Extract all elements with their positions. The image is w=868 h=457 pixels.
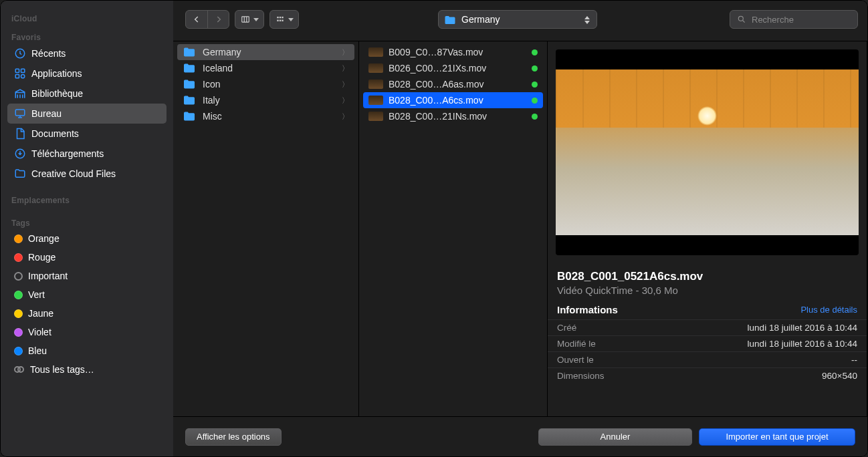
view-grid-button[interactable] bbox=[270, 11, 298, 28]
sidebar-tag-bleu[interactable]: Bleu bbox=[7, 341, 167, 360]
tag-dot-icon bbox=[14, 253, 23, 262]
forward-button[interactable] bbox=[207, 11, 229, 28]
sidebar-item-library[interactable]: Bibliothèque bbox=[7, 84, 167, 104]
svg-rect-3 bbox=[15, 75, 19, 78]
info-row: Modifié le lundi 18 juillet 2016 à 10:44 bbox=[548, 335, 867, 351]
sidebar-tag-violet[interactable]: Violet bbox=[7, 323, 167, 341]
sidebar: iCloud Favoris Récents Applications Bibl… bbox=[1, 1, 173, 456]
sidebar-tag-label: Orange bbox=[28, 233, 60, 244]
chevron-right-icon: 〉 bbox=[342, 80, 349, 90]
folder-item-misc[interactable]: Misc 〉 bbox=[177, 108, 354, 124]
sidebar-item-recents[interactable]: Récents bbox=[7, 43, 167, 63]
green-tag-icon bbox=[532, 82, 538, 88]
folder-icon bbox=[183, 79, 196, 90]
button-label: Importer en tant que projet bbox=[726, 432, 828, 442]
import-button[interactable]: Importer en tant que projet bbox=[699, 428, 855, 446]
sidebar-item-label: Documents bbox=[31, 128, 79, 139]
svg-rect-10 bbox=[282, 17, 283, 18]
sidebar-tag-label: Bleu bbox=[28, 345, 47, 356]
svg-rect-7 bbox=[241, 17, 249, 22]
sidebar-item-label: Récents bbox=[31, 48, 66, 59]
folder-label: Misc bbox=[203, 111, 222, 122]
sidebar-tag-label: Tous les tags… bbox=[30, 364, 94, 375]
file-label: B028_C00…A6as.mov bbox=[389, 79, 483, 90]
sidebar-item-bureau[interactable]: Bureau bbox=[7, 104, 167, 124]
file-label: B028_C00…21INs.mov bbox=[389, 111, 487, 122]
nav-back-forward bbox=[185, 10, 229, 29]
preview-image[interactable] bbox=[556, 49, 859, 255]
path-label: Germany bbox=[461, 14, 500, 25]
path-dropdown[interactable]: Germany bbox=[438, 10, 597, 29]
folder-icon bbox=[183, 63, 196, 73]
video-thumb-icon bbox=[368, 96, 383, 105]
sidebar-item-telechargements[interactable]: Téléchargements bbox=[7, 144, 167, 164]
svg-point-14 bbox=[738, 16, 743, 21]
sidebar-item-creative-cloud[interactable]: Creative Cloud Files bbox=[7, 164, 167, 184]
info-value: -- bbox=[851, 355, 857, 365]
chevron-right-icon: 〉 bbox=[342, 63, 349, 73]
back-button[interactable] bbox=[186, 11, 207, 28]
sidebar-section-favoris: Favoris bbox=[7, 29, 167, 43]
file-item[interactable]: B009_C0…87Vas.mov bbox=[363, 44, 543, 60]
folder-label: Germany bbox=[203, 47, 241, 57]
desktop-icon bbox=[14, 108, 26, 120]
sidebar-tag-orange[interactable]: Orange bbox=[7, 229, 167, 248]
folder-item-iceland[interactable]: Iceland 〉 bbox=[177, 60, 354, 76]
sidebar-section-tags: Tags bbox=[7, 214, 167, 229]
video-thumb-icon bbox=[368, 63, 383, 73]
tag-dot-icon bbox=[14, 235, 23, 243]
sidebar-tag-vert[interactable]: Vert bbox=[7, 285, 167, 304]
chevron-right-icon: 〉 bbox=[342, 112, 349, 122]
sidebar-item-applications[interactable]: Applications bbox=[7, 63, 167, 84]
file-label: B026_C00…21IXs.mov bbox=[389, 63, 486, 73]
video-thumb-icon bbox=[368, 80, 383, 89]
file-item[interactable]: B028_C00…21INs.mov bbox=[363, 108, 543, 124]
file-column-2[interactable]: B009_C0…87Vas.mov B026_C00…21IXs.mov B02… bbox=[359, 41, 548, 416]
svg-point-4 bbox=[21, 75, 25, 78]
info-label: Ouvert le bbox=[557, 355, 594, 365]
folder-item-italy[interactable]: Italy 〉 bbox=[177, 92, 354, 108]
folder-column-1[interactable]: Germany 〉 Iceland 〉 Icon 〉 Italy 〉 bbox=[173, 41, 359, 416]
sidebar-tag-jaune[interactable]: Jaune bbox=[7, 304, 167, 323]
info-row: Ouvert le -- bbox=[548, 351, 867, 367]
tag-dot-icon bbox=[14, 328, 23, 337]
file-item-selected[interactable]: B028_C00…A6cs.mov bbox=[363, 92, 543, 108]
file-label: B028_C00…A6cs.mov bbox=[389, 95, 483, 106]
library-icon bbox=[14, 88, 26, 100]
green-tag-icon bbox=[532, 98, 538, 104]
folder-label: Italy bbox=[203, 95, 220, 106]
green-tag-icon bbox=[532, 49, 538, 55]
folder-icon bbox=[444, 15, 456, 24]
toolbar: Germany Recherche bbox=[173, 1, 867, 41]
view-columns-button[interactable] bbox=[235, 11, 263, 28]
folder-icon bbox=[183, 47, 196, 57]
sidebar-tag-all[interactable]: Tous les tags… bbox=[7, 360, 167, 379]
folder-icon bbox=[183, 95, 196, 106]
search-input[interactable]: Recherche bbox=[730, 10, 858, 29]
video-thumb-icon bbox=[368, 47, 383, 57]
sidebar-tag-label: Jaune bbox=[28, 308, 53, 319]
info-value: lundi 18 juillet 2016 à 10:44 bbox=[748, 339, 857, 349]
folder-label: Iceland bbox=[203, 63, 233, 73]
folder-item-germany[interactable]: Germany 〉 bbox=[177, 44, 354, 60]
sidebar-tag-important[interactable]: Important bbox=[7, 267, 167, 285]
video-thumb-icon bbox=[368, 112, 383, 121]
svg-rect-13 bbox=[282, 20, 283, 21]
button-label: Afficher les options bbox=[197, 432, 270, 442]
file-item[interactable]: B026_C00…21IXs.mov bbox=[363, 60, 543, 76]
sidebar-item-documents[interactable]: Documents bbox=[7, 124, 167, 144]
preview-subtitle: Vidéo QuickTime - 30,6 Mo bbox=[557, 285, 857, 296]
dropdown-carets-icon bbox=[582, 13, 592, 27]
main-area: Germany Recherche Germany 〉 Iceland 〉 bbox=[173, 1, 867, 456]
sidebar-tag-label: Rouge bbox=[28, 252, 56, 263]
show-options-button[interactable]: Afficher les options bbox=[185, 428, 282, 446]
folder-item-icon[interactable]: Icon 〉 bbox=[177, 76, 354, 92]
sidebar-tag-rouge[interactable]: Rouge bbox=[7, 248, 167, 267]
tag-empty-icon bbox=[14, 272, 23, 281]
file-item[interactable]: B028_C00…A6as.mov bbox=[363, 76, 543, 92]
more-details-link[interactable]: Plus de détails bbox=[800, 305, 857, 315]
chevron-right-icon: 〉 bbox=[342, 47, 349, 57]
cancel-button[interactable]: Annuler bbox=[538, 428, 692, 446]
svg-rect-2 bbox=[21, 69, 25, 72]
tag-dot-icon bbox=[14, 347, 23, 355]
